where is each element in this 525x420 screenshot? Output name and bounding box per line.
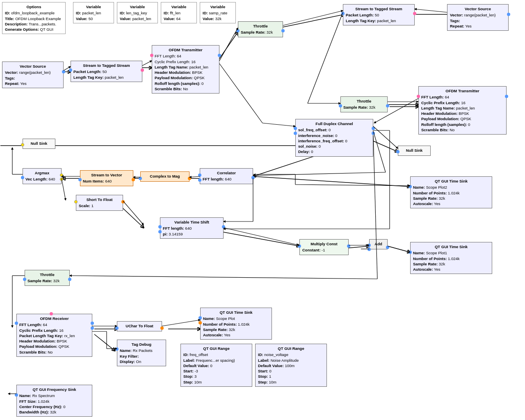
qt-time-sink2-block: QT GUI Time Sink Name: Scope Plot2 Numbe… xyxy=(410,176,492,208)
var-samp-rate-title: Variable xyxy=(203,4,233,9)
uchar-to-float-title: UChar To Float xyxy=(120,323,159,329)
qt-time-sink-plot-title: QT GUI Time Sink xyxy=(203,310,269,315)
vector-source-right-title: Vector Source xyxy=(450,6,506,11)
svg-line-32 xyxy=(219,64,262,123)
svg-line-38 xyxy=(70,276,377,279)
options-block: Options ID: ofdm_loopback_example Title:… xyxy=(2,2,66,34)
add-block: Add xyxy=(369,239,388,249)
svg-line-17 xyxy=(388,246,410,252)
correlator-in1-port xyxy=(198,173,201,177)
ofdm-tx-right-in-port xyxy=(417,95,420,98)
throttle-top-out-port xyxy=(281,29,285,32)
ofdm-tx-right-block: OFDM Transmitter FFT Length: 64 Cyclic P… xyxy=(418,86,507,135)
throttle-bottom-block: Throttle Sample Rate: 32k xyxy=(25,270,70,286)
argmax-title: Argmax xyxy=(25,170,59,176)
ofdm-receiver-block: OFDM Receiver FFT Length: 64 Cyclic Pref… xyxy=(16,314,92,357)
argmax-out2-port xyxy=(60,178,63,181)
var-samp-rate-block: Variable ID: samp_rate Value: 32k xyxy=(200,2,236,23)
tag-debug-in-port xyxy=(115,347,119,351)
qt-time-sink-plot-in-port xyxy=(199,316,202,320)
svg-line-57 xyxy=(388,246,410,252)
throttle-mid-in-port xyxy=(339,104,342,107)
ofdm-tx-left-block: OFDM Transmitter FFT Length: 64 Cyclic P… xyxy=(152,45,219,94)
full-duplex-title: Full Duplex Channel xyxy=(298,121,370,126)
correlator-in2-port xyxy=(198,178,201,182)
svg-line-28 xyxy=(308,12,343,103)
uchar-to-float-in-port xyxy=(115,326,119,330)
ofdm-tx-left-in-port xyxy=(150,54,153,57)
var-len-tag-key-block: Variable ID: len_tag_key Value: packet_l… xyxy=(117,2,158,23)
null-sink-left-block: Null Sink xyxy=(23,139,55,149)
stream-to-vector-in-port xyxy=(78,178,82,181)
uchar-to-float-out-port xyxy=(160,326,164,330)
var-len-tag-key-title: Variable xyxy=(120,4,155,9)
svg-line-21 xyxy=(94,334,115,351)
full-duplex-out1-port xyxy=(372,127,375,130)
qt-gui-range1-block: QT GUI Range ID: freq_offset Label: Freq… xyxy=(180,344,252,387)
add-in2-port xyxy=(368,248,371,251)
variable-time-shift-out-port xyxy=(222,225,225,228)
qt-time-sink2-title: QT GUI Time Sink xyxy=(413,178,489,184)
qt-freq-sink-in-port xyxy=(15,393,18,397)
qt-time-sink2-in-port xyxy=(409,185,412,188)
stream-tagged-left-block: Stream to Tagged Stream Packet Length: 5… xyxy=(71,61,142,82)
multiply-const-block: Multiply Const Constant: -1 xyxy=(299,239,349,255)
svg-line-27 xyxy=(415,9,447,12)
throttle-bottom-title: Throttle xyxy=(27,272,67,277)
ofdm-receiver-out1-port xyxy=(91,322,94,325)
qt-freq-sink-block: QT GUI Frequency Sink Name: Rx Spectrum … xyxy=(16,385,92,417)
vector-source-left-title: Vector Source xyxy=(5,64,61,69)
stream-tagged-left-in-port xyxy=(69,68,72,72)
throttle-mid-title: Throttle xyxy=(343,98,385,104)
variable-time-shift-in1-port xyxy=(158,225,162,228)
short-to-float-title: Short To Float xyxy=(79,197,120,202)
vector-source-right-out-port xyxy=(507,13,510,16)
throttle-top-block: Throttle Sample Rate: 32k xyxy=(238,21,283,37)
vector-source-left-block: Vector Source Vector: range(packet_len) … xyxy=(2,62,64,88)
stream-to-vector-block: Stream to Vector Num Items: 640 xyxy=(80,170,133,186)
tag-debug-title: Tag Debug xyxy=(120,342,163,347)
ofdm-receiver-tag-port xyxy=(50,312,53,315)
variable-time-shift-title: Variable Time Shift xyxy=(163,219,221,225)
qt-time-sink1-block: QT GUI Time Sink Name: Scope Plot1 Numbe… xyxy=(410,242,492,274)
short-to-float-block: Short To Float Scale: 1 xyxy=(76,195,123,211)
null-sink-right-title: Null Sink xyxy=(401,148,428,153)
ofdm-receiver-title: OFDM Receiver xyxy=(19,316,89,321)
var-fft-len-title: Variable xyxy=(164,4,194,9)
add-out-port xyxy=(386,246,389,249)
tag-debug-block: Tag Debug Name: Rx Packets Key Filter: D… xyxy=(117,340,166,366)
svg-line-45 xyxy=(123,201,144,225)
throttle-top-title: Throttle xyxy=(241,23,280,29)
svg-line-44 xyxy=(62,178,66,200)
correlator-title: Correlator xyxy=(203,170,250,176)
svg-line-35 xyxy=(373,131,386,172)
svg-line-24 xyxy=(142,61,152,66)
svg-line-48 xyxy=(295,185,410,186)
variable-time-shift-in2-port xyxy=(158,230,162,233)
full-duplex-out2-port xyxy=(372,132,375,135)
ofdm-tx-right-out-port xyxy=(505,95,508,98)
variable-time-shift-block: Variable Time Shift FFT length: 640 pi: … xyxy=(160,217,224,239)
uchar-to-float-block: UChar To Float xyxy=(117,321,162,331)
argmax-block: Argmax Vec Length: 640 xyxy=(23,168,62,184)
short-to-float-out-port xyxy=(121,200,125,203)
svg-line-61 xyxy=(162,320,200,326)
full-duplex-in1-port xyxy=(294,127,297,130)
throttle-mid-out-port xyxy=(386,104,389,107)
options-title: Options xyxy=(5,4,63,9)
stream-tagged-right-block: Stream to Tagged Stream Packet Length: 5… xyxy=(343,4,415,25)
full-duplex-in2-port xyxy=(294,132,297,135)
complex-to-mag-title: Complex to Mag xyxy=(143,173,187,179)
vector-source-right-block: Vector Source Vector: range(packet_len) … xyxy=(447,4,509,31)
stream-to-vector-out-port xyxy=(132,178,135,181)
null-sink-right-block: Null Sink xyxy=(398,146,431,156)
argmax-in-port xyxy=(21,176,24,179)
ofdm-receiver-out2-port xyxy=(91,326,94,330)
complex-to-mag-block: Complex to Mag xyxy=(140,171,189,182)
null-sink-right-in-port xyxy=(396,150,399,153)
stream-tagged-left-title: Stream to Tagged Stream xyxy=(73,63,139,68)
ofdm-tx-left-out-port xyxy=(218,54,221,57)
vector-source-left-out-port xyxy=(62,70,65,73)
stream-tagged-left-out-port xyxy=(141,68,144,72)
qt-time-sink-plot-block: QT GUI Time Sink Name: Scope Plot Number… xyxy=(200,308,272,340)
